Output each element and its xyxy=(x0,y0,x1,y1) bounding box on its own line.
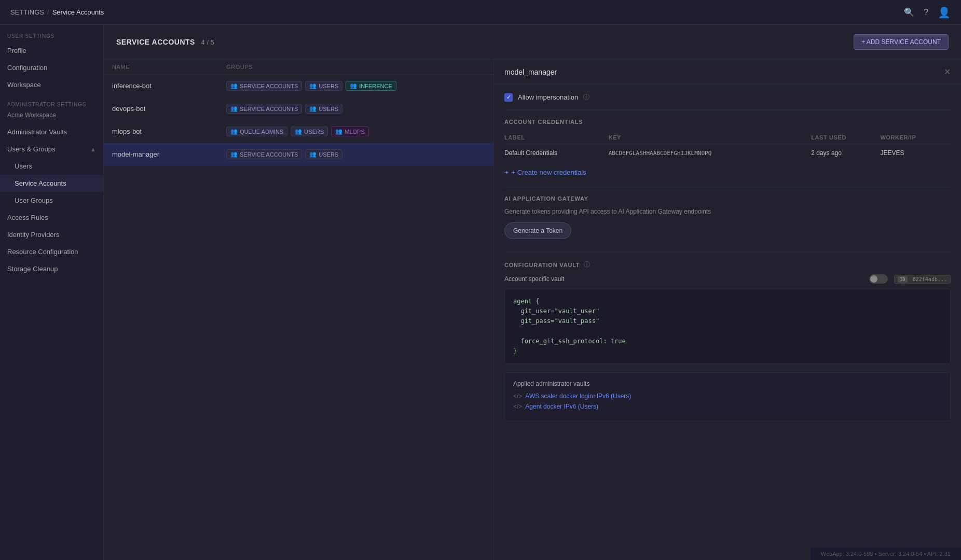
row-groups-inference-bot: 👥 SERVICE ACCOUNTS 👥 USERS 👥 INFERENCE xyxy=(226,81,485,91)
account-specific-vault-toggle[interactable] xyxy=(869,274,888,284)
vault-code-content: agent { git_user="vault_user" git_pass="… xyxy=(513,297,942,356)
sidebar-item-admin-vaults[interactable]: Administrator Vaults xyxy=(0,123,103,141)
sidebar-item-resource-configuration[interactable]: Resource Configuration xyxy=(0,243,103,260)
table-row[interactable]: inference-bot 👥 SERVICE ACCOUNTS 👥 USERS… xyxy=(104,75,493,97)
main-content: SERVICE ACCOUNTS 4 / 5 + ADD SERVICE ACC… xyxy=(104,25,961,560)
topbar: SETTINGS / Service Accounts 🔍 ? 👤 xyxy=(0,0,961,25)
badge-users: 👥 USERS xyxy=(305,81,342,91)
detail-panel: model_manager ✕ Allow impersonation ⓘ AC… xyxy=(494,60,961,560)
col-groups-header: GROUPS xyxy=(226,64,485,70)
main-header: SERVICE ACCOUNTS 4 / 5 + ADD SERVICE ACC… xyxy=(104,25,961,60)
vault-toggle-row: Account specific vault ID 822f4adb... xyxy=(504,274,951,284)
search-icon[interactable]: 🔍 xyxy=(904,7,914,17)
sidebar-item-access-rules[interactable]: Access Rules xyxy=(0,209,103,226)
vault-code-block: agent { git_user="vault_user" git_pass="… xyxy=(504,289,951,364)
footer: WebApp: 3.24.0-599 • Server: 3.24.0-54 •… xyxy=(811,548,961,560)
badge-users: 👥 USERS xyxy=(291,127,328,136)
users-icon: 👥 xyxy=(230,82,238,89)
table-row[interactable]: devops-bot 👥 SERVICE ACCOUNTS 👥 USERS xyxy=(104,97,493,120)
allow-impersonation-checkbox[interactable] xyxy=(504,93,513,102)
users-icon: 👥 xyxy=(309,82,317,89)
credentials-table: LABEL KEY LAST USED WORKER/IP Default Cr… xyxy=(504,131,951,162)
user-settings-label: USER SETTINGS xyxy=(0,25,103,42)
applied-vaults-title: Applied administrator vaults xyxy=(513,380,942,387)
vault-section: CONFIGURATION VAULT ⓘ Account specific v… xyxy=(504,251,951,421)
vault-header: CONFIGURATION VAULT ⓘ xyxy=(504,260,951,269)
breadcrumb: SETTINGS / Service Accounts xyxy=(10,8,104,16)
row-groups-mlops-bot: 👥 QUEUE ADMINS 👥 USERS 👥 MLOPS xyxy=(226,127,485,136)
sidebar-item-user-groups[interactable]: User Groups xyxy=(0,192,103,209)
badge-mlops: 👥 MLOPS xyxy=(331,127,369,136)
vault-id-badge: ID 822f4adb... xyxy=(894,275,951,284)
col-last-used-header: LAST USED xyxy=(811,131,880,144)
cred-key: ABCDEFGLASHHAABCDEFGHIJKLMNOPQ xyxy=(609,144,812,162)
breadcrumb-settings[interactable]: SETTINGS xyxy=(10,8,44,16)
sidebar-item-storage-cleanup[interactable]: Storage Cleanup xyxy=(0,260,103,277)
badge-service-accounts: 👥 SERVICE ACCOUNTS xyxy=(226,149,302,159)
users-icon: 👥 xyxy=(295,128,302,135)
close-button[interactable]: ✕ xyxy=(944,67,951,77)
row-name-mlops-bot: mlops-bot xyxy=(112,128,226,135)
sidebar-item-users-groups[interactable]: Users & Groups ▲ xyxy=(0,141,103,158)
vault-info-icon[interactable]: ⓘ xyxy=(584,260,590,269)
users-icon: 👥 xyxy=(230,151,238,158)
sidebar-item-identity-providers[interactable]: Identity Providers xyxy=(0,226,103,243)
admin-workspace-name: Acme Workspace xyxy=(0,110,103,123)
plus-icon: + xyxy=(504,169,509,176)
users-icon: 👥 xyxy=(350,82,357,89)
users-icon: 👥 xyxy=(309,151,317,158)
cred-label: Default Credentials xyxy=(504,144,609,162)
badge-service-accounts: 👥 SERVICE ACCOUNTS xyxy=(226,81,302,91)
code-icon: </> xyxy=(513,403,522,410)
breadcrumb-separator: / xyxy=(47,8,49,16)
impersonation-label: Allow impersonation xyxy=(518,93,578,101)
detail-body: Allow impersonation ⓘ ACCOUNT CREDENTIAL… xyxy=(494,85,961,429)
col-worker-ip-header: WORKER/IP xyxy=(880,131,951,144)
sidebar-item-configuration[interactable]: Configuration xyxy=(0,59,103,76)
users-icon: 👥 xyxy=(309,105,317,112)
applied-vaults-section: Applied administrator vaults </> AWS sca… xyxy=(504,372,951,421)
row-name-inference-bot: inference-bot xyxy=(112,82,226,90)
vault-link-agent[interactable]: </> Agent docker IPv6 (Users) xyxy=(513,403,942,410)
table-header: NAME GROUPS xyxy=(104,60,493,75)
main-title: SERVICE ACCOUNTS 4 / 5 xyxy=(116,38,214,46)
table-row[interactable]: mlops-bot 👥 QUEUE ADMINS 👥 USERS 👥 MLOPS xyxy=(104,120,493,143)
row-groups-model-manager: 👥 SERVICE ACCOUNTS 👥 USERS xyxy=(226,149,485,159)
users-icon: 👥 xyxy=(230,128,238,135)
sidebar-item-profile[interactable]: Profile xyxy=(0,42,103,59)
gateway-section-divider: AI APPLICATION GATEWAY xyxy=(504,187,951,202)
col-key-header: KEY xyxy=(609,131,812,144)
vault-link-aws[interactable]: </> AWS scaler docker login+IPv6 (Users) xyxy=(513,393,942,400)
badge-users: 👥 USERS xyxy=(305,149,342,159)
sidebar-item-users[interactable]: Users xyxy=(0,158,103,175)
col-name-header: NAME xyxy=(112,64,226,70)
badge-queue-admins: 👥 QUEUE ADMINS xyxy=(226,127,287,136)
col-label-header: LABEL xyxy=(504,131,609,144)
user-avatar[interactable]: 👤 xyxy=(938,6,951,19)
gateway-description: Generate tokens providing API access to … xyxy=(504,208,951,215)
generate-token-button[interactable]: Generate a Token xyxy=(504,222,571,239)
vault-section-title: CONFIGURATION VAULT xyxy=(504,262,580,268)
users-icon: 👥 xyxy=(335,128,342,135)
admin-settings-label: ADMINISTRATOR SETTINGS xyxy=(0,93,103,110)
table-row[interactable]: model-manager 👥 SERVICE ACCOUNTS 👥 USERS xyxy=(104,143,493,166)
sidebar-item-workspace[interactable]: Workspace xyxy=(0,76,103,93)
sidebar-item-service-accounts[interactable]: Service Accounts xyxy=(0,175,103,192)
account-specific-vault-label: Account specific vault xyxy=(504,275,564,283)
credential-row: Default Credentials ABCDEFGLASHHAABCDEFG… xyxy=(504,144,951,162)
cred-worker-ip: JEEVES xyxy=(880,144,951,162)
create-credentials-link[interactable]: + + Create new credentials xyxy=(504,169,951,176)
code-icon: </> xyxy=(513,393,522,400)
row-groups-devops-bot: 👥 SERVICE ACCOUNTS 👥 USERS xyxy=(226,104,485,114)
gateway-section-title: AI APPLICATION GATEWAY xyxy=(504,195,951,202)
info-icon[interactable]: ⓘ xyxy=(583,93,589,102)
help-icon[interactable]: ? xyxy=(924,8,928,17)
badge-service-accounts: 👥 SERVICE ACCOUNTS xyxy=(226,104,302,114)
credentials-section-title: ACCOUNT CREDENTIALS xyxy=(504,119,951,125)
add-service-account-button[interactable]: + ADD SERVICE ACCOUNT xyxy=(854,34,949,50)
impersonation-row: Allow impersonation ⓘ xyxy=(504,93,951,110)
detail-header: model_manager ✕ xyxy=(494,60,961,85)
detail-title: model_manager xyxy=(504,68,557,76)
sidebar: USER SETTINGS Profile Configuration Work… xyxy=(0,25,104,560)
breadcrumb-page: Service Accounts xyxy=(52,8,104,16)
